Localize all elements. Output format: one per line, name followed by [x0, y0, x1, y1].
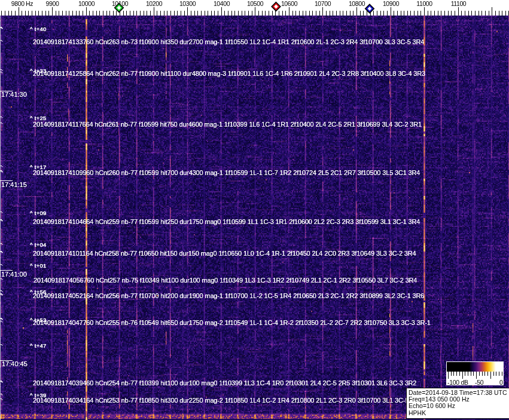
svg-text:10800: 10800 [349, 0, 365, 7]
svg-text:9900: 9900 [46, 0, 59, 7]
svg-text:10700: 10700 [315, 0, 331, 7]
svg-text:10400: 10400 [214, 0, 230, 7]
svg-text:10300: 10300 [179, 0, 196, 7]
svg-text:11000: 11000 [416, 0, 432, 7]
svg-text:10600: 10600 [281, 0, 298, 7]
svg-text:10500: 10500 [247, 0, 264, 7]
svg-text:10000: 10000 [78, 0, 95, 7]
svg-text:10900: 10900 [383, 0, 400, 7]
svg-text:10200: 10200 [146, 0, 163, 7]
svg-text:11100: 11100 [451, 0, 467, 7]
svg-text:9800 Hz: 9800 Hz [11, 0, 33, 7]
